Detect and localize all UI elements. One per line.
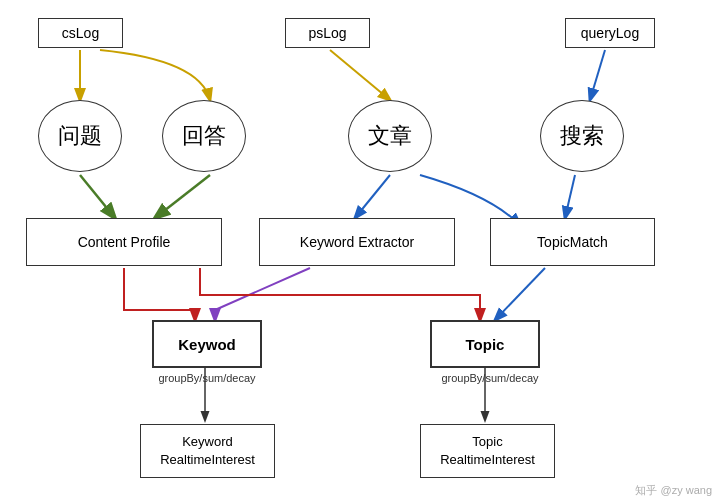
wenti-ellipse: 问题 — [38, 100, 122, 172]
watermark: 知乎 @zy wang — [635, 483, 712, 498]
svg-line-2 — [80, 175, 115, 218]
querylog-box: queryLog — [565, 18, 655, 48]
sousuo-ellipse: 搜索 — [540, 100, 624, 172]
svg-line-3 — [155, 175, 210, 218]
topic-decay-label: groupBy/sum/decay — [415, 372, 565, 384]
topic-match-box: TopicMatch — [490, 218, 655, 266]
topic-realtime-box: Topic RealtimeInterest — [420, 424, 555, 478]
svg-line-7 — [495, 268, 545, 320]
cslog-box: csLog — [38, 18, 123, 48]
diagram: csLog psLog queryLog 问题 回答 文章 搜索 Content… — [0, 0, 720, 504]
keyword-bold-box: Keywod — [152, 320, 262, 368]
keyword-extractor-box: Keyword Extractor — [259, 218, 455, 266]
wenzhang-ellipse: 文章 — [348, 100, 432, 172]
content-profile-box: Content Profile — [26, 218, 222, 266]
huida-ellipse: 回答 — [162, 100, 246, 172]
pslog-box: psLog — [285, 18, 370, 48]
topic-bold-box: Topic — [430, 320, 540, 368]
keyword-decay-label: groupBy/sum/decay — [132, 372, 282, 384]
keyword-realtime-box: Keyword RealtimeInterest — [140, 424, 275, 478]
svg-line-5 — [590, 50, 605, 100]
svg-line-4 — [355, 175, 390, 218]
svg-line-6 — [565, 175, 575, 218]
svg-line-1 — [330, 50, 390, 100]
